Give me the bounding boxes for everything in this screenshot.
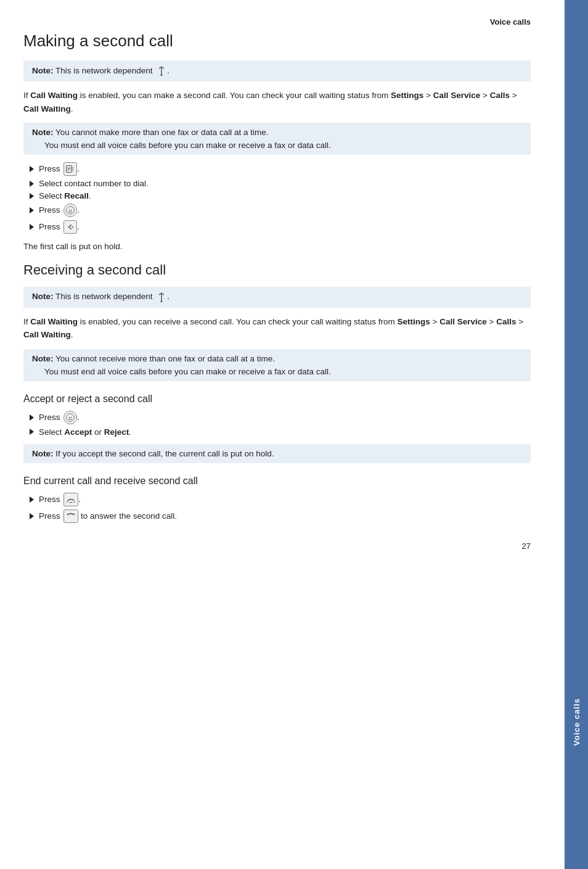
section-header: Voice calls xyxy=(23,17,531,27)
section1-title: Making a second call xyxy=(23,31,531,51)
note-box-5: Note: If you accept the second call, the… xyxy=(23,444,531,463)
network-dependent-icon-2 xyxy=(156,292,167,303)
sub2-step-2: Press to answer the second call. xyxy=(23,509,531,523)
step-3: Select Recall. xyxy=(23,191,531,200)
subsection1-title: Accept or reject a second call xyxy=(23,393,531,405)
bullet-arrow xyxy=(30,207,34,213)
note-box-1: Note: This is network dependent . xyxy=(23,60,531,81)
ok-button-icon: O xyxy=(63,204,77,217)
subsection2-title: End current call and receive second call xyxy=(23,476,531,487)
svg-text:O: O xyxy=(68,416,72,421)
svg-rect-10 xyxy=(71,170,74,171)
bullet-arrow xyxy=(30,181,34,187)
step-5: Press . xyxy=(23,220,531,234)
bullet-arrow xyxy=(30,513,34,519)
hold-text: The first call is put on hold. xyxy=(23,240,531,253)
subsection2-steps: Press . Press xyxy=(23,493,531,523)
bullet-arrow xyxy=(30,429,34,435)
note-box-4: Note: You cannot receive more than one f… xyxy=(23,349,531,381)
ok-button-icon-2: O xyxy=(63,411,77,424)
svg-text:O: O xyxy=(68,208,72,214)
note3-text: Note: This is network dependent . xyxy=(32,292,169,301)
svg-rect-8 xyxy=(71,167,74,168)
back-button-icon xyxy=(63,220,77,234)
bullet-arrow xyxy=(30,414,34,421)
bullet-arrow xyxy=(30,496,34,503)
note-box-3: Note: This is network dependent . xyxy=(23,287,531,308)
side-tab: Voice calls xyxy=(565,0,588,869)
step-1: Press . xyxy=(23,162,531,176)
side-tab-label: Voice calls xyxy=(572,698,581,746)
end-call-icon xyxy=(63,493,78,506)
subsection1-steps: Press O . Select Accept or Reject. xyxy=(23,411,531,437)
svg-rect-9 xyxy=(71,168,74,170)
page-number: 27 xyxy=(23,542,531,551)
svg-point-3 xyxy=(161,74,163,76)
contacts-icon xyxy=(63,162,77,176)
step-4: Press O . xyxy=(23,204,531,217)
note1-text: Note: This is network dependent . xyxy=(32,66,169,75)
bullet-arrow xyxy=(30,166,34,172)
sub2-step-1: Press . xyxy=(23,493,531,506)
note5-text: Note: If you accept the second call, the… xyxy=(32,449,274,458)
step-2: Select contact number to dial. xyxy=(23,179,531,188)
bullet-arrow xyxy=(30,224,34,230)
sub1-step-2: Select Accept or Reject. xyxy=(23,427,531,437)
sub1-step-1: Press O . xyxy=(23,411,531,424)
section1-intro: If Call Waiting is enabled, you can make… xyxy=(23,89,531,115)
section2-intro: If Call Waiting is enabled, you can rece… xyxy=(23,315,531,342)
network-dependent-icon xyxy=(156,65,167,76)
section2-title: Receiving a second call xyxy=(23,262,531,278)
answer-call-icon xyxy=(63,509,78,523)
svg-rect-13 xyxy=(71,226,74,228)
section1-steps: Press . Select contact number to dial xyxy=(23,162,531,234)
svg-point-17 xyxy=(161,300,163,302)
bullet-arrow xyxy=(30,193,34,199)
note-box-2: Note: You cannot make more than one fax … xyxy=(23,123,531,155)
